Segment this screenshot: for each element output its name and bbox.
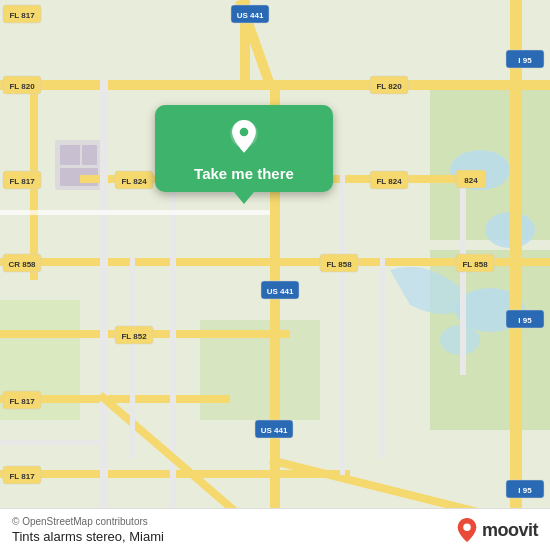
map-container: FL 817 US 441 FL 820 FL 820 I 95 FL 817 … (0, 0, 550, 550)
map-popup[interactable]: Take me there (155, 105, 333, 192)
svg-text:FL 858: FL 858 (462, 260, 488, 269)
svg-rect-32 (380, 258, 385, 458)
moovit-logo: moovit (456, 517, 538, 543)
svg-text:FL 817: FL 817 (9, 472, 35, 481)
svg-point-74 (240, 128, 249, 137)
svg-rect-30 (0, 440, 100, 445)
map-svg: FL 817 US 441 FL 820 FL 820 I 95 FL 817 … (0, 0, 550, 550)
svg-text:824: 824 (464, 176, 478, 185)
svg-text:FL 820: FL 820 (376, 82, 402, 91)
bottom-bar: © OpenStreetMap contributors Tints alarm… (0, 508, 550, 550)
svg-text:FL 817: FL 817 (9, 397, 35, 406)
bottom-left: © OpenStreetMap contributors Tints alarm… (12, 516, 164, 544)
svg-text:FL 824: FL 824 (376, 177, 402, 186)
popup-take-me-there-label: Take me there (194, 165, 294, 182)
svg-text:FL 817: FL 817 (9, 11, 35, 20)
svg-rect-24 (170, 175, 176, 550)
moovit-brand-text: moovit (482, 520, 538, 541)
svg-text:FL 858: FL 858 (326, 260, 352, 269)
svg-text:FL 817: FL 817 (9, 177, 35, 186)
svg-text:US 441: US 441 (261, 426, 288, 435)
svg-rect-6 (60, 145, 80, 165)
svg-rect-29 (0, 210, 270, 215)
svg-text:US 441: US 441 (237, 11, 264, 20)
svg-rect-33 (130, 258, 135, 458)
moovit-pin-icon (456, 517, 478, 543)
svg-text:FL 820: FL 820 (9, 82, 35, 91)
svg-rect-25 (460, 175, 466, 375)
svg-rect-23 (100, 80, 108, 550)
svg-rect-21 (510, 0, 522, 550)
place-name: Tints alarms stereo, Miami (12, 529, 164, 544)
svg-text:I 95: I 95 (518, 56, 532, 65)
svg-text:FL 852: FL 852 (121, 332, 147, 341)
svg-rect-7 (82, 145, 97, 165)
svg-point-75 (463, 524, 470, 531)
svg-text:I 95: I 95 (518, 486, 532, 495)
svg-rect-31 (340, 175, 345, 475)
svg-text:I 95: I 95 (518, 316, 532, 325)
svg-text:CR 858: CR 858 (8, 260, 36, 269)
location-pin-icon (225, 119, 263, 157)
svg-text:FL 824: FL 824 (121, 177, 147, 186)
svg-text:US 441: US 441 (267, 287, 294, 296)
attribution-text: © OpenStreetMap contributors (12, 516, 164, 527)
